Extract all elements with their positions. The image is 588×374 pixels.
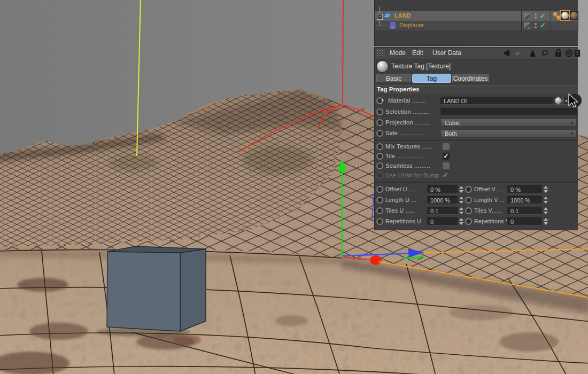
material-ball-icon <box>555 97 562 104</box>
property-row-mix-textures: Mix Textures ...... <box>375 142 578 151</box>
repetitions-u-field[interactable]: 0 <box>427 217 458 225</box>
keyframe-circle[interactable] <box>376 108 383 115</box>
attribute-manager-panel: Mode Edit User Data Texture Tag [Texture… <box>374 47 578 230</box>
property-row-tile: Tile .............. ✓ <box>375 152 578 161</box>
attribute-menubar: Mode Edit User Data <box>375 48 578 59</box>
material-browse-button[interactable]: ▸ <box>563 97 570 105</box>
enable-check-icon[interactable]: ✓ <box>540 12 546 19</box>
landscape-object-icon <box>383 12 392 21</box>
lock-icon[interactable] <box>554 49 563 58</box>
offset-u-field[interactable]: 0 % <box>427 185 458 193</box>
layer-toggle[interactable] <box>524 13 530 19</box>
keyframe-circle[interactable] <box>376 119 383 126</box>
tiles-u-spinner[interactable] <box>459 207 463 214</box>
menu-user-data[interactable]: User Data <box>432 49 461 57</box>
layer-toggle[interactable] <box>524 22 530 29</box>
visibility-dot-render[interactable] <box>535 26 537 28</box>
history-back-icon[interactable] <box>501 49 510 58</box>
offset-v-spinner[interactable] <box>543 186 548 193</box>
selection-field[interactable] <box>440 108 577 116</box>
property-row-material: ▸ Material ........ LAND DI ▸ <box>375 96 578 105</box>
use-uvw-check-icon: ✓ <box>443 171 448 179</box>
side-dropdown[interactable]: Both ▼ <box>440 129 577 137</box>
property-row-offset: Offset U .... 0 % Offset V .... 0 % <box>375 185 578 194</box>
repetitions-v-spinner[interactable] <box>543 218 548 225</box>
visibility-dot-editor[interactable] <box>535 13 537 15</box>
visibility-dot-editor[interactable] <box>535 23 537 25</box>
keyframe-circle[interactable] <box>376 207 383 214</box>
search-icon[interactable] <box>541 49 550 58</box>
displacer-object-icon <box>389 21 398 30</box>
object-label-displacer[interactable]: Displacer <box>399 22 424 28</box>
length-v-field[interactable]: 1000 % <box>507 196 542 204</box>
section-header: Tag Properties <box>375 85 578 95</box>
offset-v-field[interactable]: 0 % <box>507 185 542 193</box>
property-row-length: Length U ... 1000 % Length V ... 1000 % <box>375 196 578 205</box>
target-icon[interactable] <box>564 49 574 58</box>
keyframe-circle[interactable] <box>465 218 472 225</box>
texture-tag-dirt[interactable] <box>570 11 578 20</box>
offset-u-spinner[interactable] <box>459 186 463 193</box>
tab-tag[interactable]: Tag <box>412 74 451 83</box>
tile-checkbox[interactable]: ✓ <box>443 153 450 160</box>
keyframe-circle[interactable] <box>465 197 472 204</box>
panel-grip-icon[interactable] <box>377 50 385 57</box>
c4d-window: − LAND Displacer ✓ ✓ Mode Edit User Data <box>0 0 588 374</box>
cube-object[interactable] <box>96 246 206 337</box>
expand-toggle[interactable]: − <box>377 14 383 20</box>
history-forward-icon[interactable] <box>512 49 521 58</box>
texture-tag-selected[interactable] <box>561 11 569 20</box>
dropdown-arrow-icon: ▼ <box>570 130 574 138</box>
property-row-seamless: Seamless ......... <box>375 161 578 170</box>
property-row-selection: Selection ......... <box>375 107 578 116</box>
menu-edit[interactable]: Edit <box>412 49 423 57</box>
browse-arrow-icon: ▸ <box>564 97 570 104</box>
property-row-use-uvw: Use UVW for Bump ✓ <box>375 171 578 180</box>
projection-dropdown[interactable]: Cubic ▼ <box>440 119 577 127</box>
keyframe-circle <box>376 172 383 179</box>
tiles-v-field[interactable]: 0.1 <box>507 207 542 215</box>
tag-header: Texture Tag [Texture] <box>375 59 578 73</box>
up-arrow-icon[interactable] <box>528 49 537 58</box>
menu-mode[interactable]: Mode <box>390 49 406 57</box>
property-row-tiles: Tiles U ..... 0.1 Tiles V...... 0.1 <box>375 206 578 215</box>
length-v-spinner[interactable] <box>543 197 548 204</box>
keyframe-circle[interactable] <box>376 153 383 160</box>
dropdown-arrow-icon: ▼ <box>570 119 574 127</box>
expand-arrow-icon[interactable]: ▸ <box>382 97 384 103</box>
property-row-side: Side ............. Both ▼ <box>375 129 578 138</box>
keyframe-circle[interactable] <box>376 197 383 204</box>
tab-coordinates[interactable]: Coordinates <box>452 74 489 83</box>
tab-basic[interactable]: Basic <box>376 74 411 83</box>
phong-tag-icon[interactable] <box>556 15 561 20</box>
mix-textures-checkbox[interactable] <box>443 143 450 150</box>
tiles-v-spinner[interactable] <box>543 207 548 214</box>
length-u-field[interactable]: 1000 % <box>427 196 458 204</box>
property-row-repetitions: Repetitions U 0 Repetitions V 0 <box>375 217 578 226</box>
keyframe-circle[interactable] <box>465 207 472 214</box>
repetitions-u-spinner[interactable] <box>459 218 463 225</box>
visibility-dot-render[interactable] <box>535 17 537 19</box>
object-manager-panel: − LAND Displacer ✓ ✓ <box>374 0 578 46</box>
keyframe-circle[interactable] <box>465 186 472 193</box>
repetitions-v-field[interactable]: 0 <box>507 217 542 225</box>
keyframe-circle[interactable] <box>376 130 383 137</box>
tag-title: Texture Tag [Texture] <box>391 63 451 70</box>
property-row-projection: Projection ........ Cubic ▼ <box>375 118 578 127</box>
keyframe-circle[interactable] <box>376 162 383 169</box>
object-label-land[interactable]: LAND <box>394 12 411 19</box>
material-field[interactable]: LAND DI <box>440 97 553 105</box>
list-icon[interactable] <box>575 49 584 58</box>
enable-check-icon[interactable]: ✓ <box>540 22 546 29</box>
keyframe-circle[interactable] <box>376 218 383 225</box>
tiles-u-field[interactable]: 0.1 <box>427 207 458 215</box>
seamless-checkbox[interactable] <box>443 162 450 169</box>
keyframe-circle[interactable] <box>376 186 383 193</box>
texture-tag-icon <box>376 60 389 73</box>
keyframe-circle[interactable] <box>376 143 383 150</box>
material-preview-button[interactable] <box>554 97 563 105</box>
length-u-spinner[interactable] <box>459 197 463 204</box>
